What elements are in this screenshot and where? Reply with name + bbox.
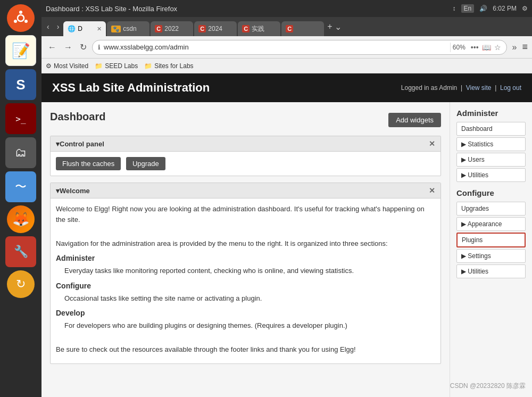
sidebar-statistics[interactable]: ▶ Statistics	[456, 137, 526, 151]
page-content: XSS Lab Site Administration Logged in as…	[41, 73, 532, 397]
more-options-icon[interactable]: •••	[471, 43, 479, 52]
administer-desc: Everyday tasks like monitoring reported …	[56, 266, 435, 276]
tab-bar: ‹ › 🌐 D ✕ 🐾 csdn C 2022 C 2024 C 实践 C	[41, 17, 532, 36]
logout-link[interactable]: Log out	[500, 84, 521, 92]
tab-forward-button[interactable]: ›	[54, 20, 63, 33]
dashboard-heading: Dashboard	[50, 111, 105, 123]
configure-desc: Occasional tasks like setting the site n…	[56, 293, 435, 304]
browser-title: Dashboard : XSS Lab Site - Mozilla Firef…	[46, 5, 448, 13]
active-tab[interactable]: 🌐 D ✕	[63, 21, 106, 36]
bookmarks-bar: ⚙ Most Visited 📁 SEED Labs 📁 Sites for L…	[41, 59, 532, 73]
footer-text: Be sure to check out the resources avail…	[56, 344, 435, 355]
admin-header: XSS Lab Site Administration Logged in as…	[41, 73, 532, 102]
seed-labs-label: SEED Labs	[105, 62, 138, 70]
title-bar: Dashboard : XSS Lab Site - Mozilla Firef…	[41, 0, 532, 17]
main-layout: Dashboard Add widgets ▾ Control panel ✕ …	[41, 102, 532, 397]
tab-c[interactable]: C	[281, 21, 324, 36]
flush-caches-button[interactable]: Flush the caches	[56, 157, 121, 170]
tab-c-icon: C	[286, 25, 293, 32]
url-bar[interactable]: ℹ www.xsslabelgg.com/admin 60% ••• 📖 ☆	[92, 40, 507, 55]
reader-icon[interactable]: 📖	[482, 43, 491, 52]
control-panel-widget: ▾ Control panel ✕ Flush the caches Upgra…	[50, 136, 441, 176]
sidebar-settings[interactable]: ▶ Settings	[456, 249, 526, 263]
volume-icon: 🔊	[479, 5, 487, 12]
active-tab-icon: 🌐	[68, 25, 76, 32]
tab-practice[interactable]: C 实践	[238, 21, 280, 36]
seed-labs-icon: 📁	[95, 62, 103, 70]
active-tab-label: D	[78, 25, 82, 32]
sidebar-upgrades[interactable]: Upgrades	[456, 202, 526, 216]
tab-practice-icon: C	[242, 25, 250, 32]
language-indicator: En	[461, 4, 475, 13]
sidebar-appearance[interactable]: ▶ Appearance	[456, 217, 526, 231]
address-bar: ← → ↻ ℹ www.xsslabelgg.com/admin 60% •••…	[41, 36, 532, 59]
control-panel-close[interactable]: ✕	[429, 139, 435, 148]
system-settings-icon[interactable]: ⚙	[522, 5, 528, 12]
sidebar-users[interactable]: ▶ Users	[456, 153, 526, 167]
welcome-text1: Welcome to Elgg! Right now you are looki…	[56, 204, 435, 225]
configure-heading: Configure	[56, 280, 435, 292]
new-tab-button[interactable]: +	[327, 22, 332, 31]
security-icon: ℹ	[98, 44, 101, 51]
back-button[interactable]: ←	[46, 42, 59, 53]
sidebar-utilities-configure[interactable]: ▶ Utilities	[456, 264, 526, 278]
expand-button[interactable]: »	[510, 42, 519, 53]
notes-app-icon[interactable]: 📝	[5, 35, 36, 66]
tab-csdn[interactable]: 🐾 csdn	[107, 21, 149, 36]
ubuntu-logo-icon[interactable]	[7, 4, 35, 32]
terminal-icon[interactable]: >_	[5, 103, 36, 134]
sites-labs-label: Sites for Labs	[154, 62, 193, 70]
sidebar-utilities-admin[interactable]: ▶ Utilities	[456, 168, 526, 182]
most-visited-icon: ⚙	[46, 62, 52, 70]
svg-point-4	[14, 20, 17, 23]
network-icon: ↕	[453, 5, 456, 12]
libreoffice-icon[interactable]: S	[5, 69, 36, 100]
browser-menu-button[interactable]: ≡	[522, 42, 528, 53]
bookmark-seed-labs[interactable]: 📁 SEED Labs	[95, 62, 138, 70]
tab-2022[interactable]: C 2022	[151, 21, 193, 36]
forward-button[interactable]: →	[62, 42, 74, 53]
csdn-tab-label: csdn	[123, 25, 136, 32]
ubuntu-svg	[12, 10, 29, 27]
bookmark-sites-for-labs[interactable]: 📁 Sites for Labs	[144, 62, 193, 70]
bookmark-most-visited[interactable]: ⚙ Most Visited	[46, 62, 88, 70]
welcome-title: Welcome	[60, 187, 90, 195]
administer-section-title: Administer	[456, 109, 526, 118]
firefox-icon[interactable]: 🦊	[7, 205, 35, 233]
welcome-body: Welcome to Elgg! Right now you are looki…	[51, 198, 440, 363]
admin-sidebar: Administer Dashboard ▶ Statistics ▶ User…	[450, 102, 532, 397]
csdn-tab-icon: 🐾	[111, 26, 121, 32]
administer-heading: Administer	[56, 253, 435, 264]
admin-header-right: Logged in as Admin | View site | Log out	[401, 84, 521, 92]
welcome-widget: ▾ Welcome ✕ Welcome to Elgg! Right now y…	[50, 183, 441, 364]
control-panel-arrow: ▾	[56, 140, 60, 148]
welcome-text2: Navigation for the administration area i…	[56, 238, 435, 249]
file-manager-icon[interactable]: 🗂	[5, 137, 36, 168]
add-widgets-button[interactable]: Add widgets	[388, 113, 441, 127]
settings-icon[interactable]: 🔧	[5, 236, 36, 267]
logged-in-text: Logged in as Admin	[401, 84, 457, 92]
tab-list-button[interactable]: ⌄	[335, 22, 342, 32]
most-visited-label: Most Visited	[54, 62, 88, 70]
upgrade-button[interactable]: Upgrade	[126, 157, 165, 170]
active-tab-close[interactable]: ✕	[97, 26, 102, 32]
admin-title: XSS Lab Site Administration	[52, 81, 210, 95]
wireshark-icon[interactable]: 〜	[5, 171, 36, 202]
reload-button[interactable]: ↻	[78, 41, 89, 53]
welcome-close[interactable]: ✕	[429, 186, 435, 195]
tab-2024[interactable]: C 2024	[194, 21, 237, 36]
view-site-link[interactable]: View site	[466, 84, 492, 92]
watermark: CSDN @20232820 陈彦霖	[450, 382, 526, 391]
bookmark-icon[interactable]: ☆	[494, 43, 501, 52]
updater-icon[interactable]: ↻	[7, 270, 35, 298]
svg-point-3	[24, 20, 28, 23]
control-panel-title: Control panel	[60, 140, 104, 148]
develop-heading: Develop	[56, 308, 435, 319]
tab-2024-label: 2024	[208, 25, 222, 32]
tab-2024-icon: C	[198, 25, 206, 32]
sidebar-dashboard[interactable]: Dashboard	[456, 122, 526, 136]
tab-back-button[interactable]: ‹	[44, 20, 53, 33]
tab-2022-icon: C	[155, 25, 162, 32]
configure-section-title: Configure	[456, 188, 526, 197]
sidebar-plugins[interactable]: Plugins	[456, 233, 526, 247]
